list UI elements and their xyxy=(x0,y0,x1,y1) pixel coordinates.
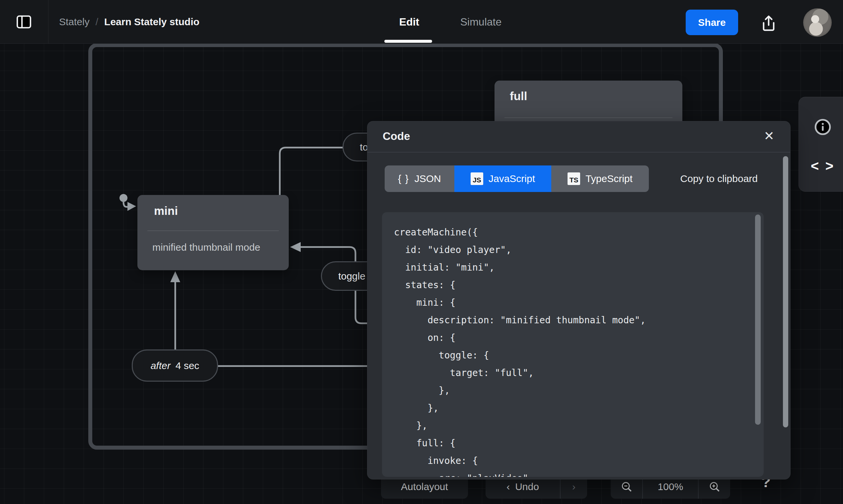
zoom-out-button[interactable] xyxy=(611,481,642,493)
tab-label: Simulate xyxy=(460,16,502,28)
info-icon xyxy=(813,118,832,137)
divider xyxy=(48,0,49,44)
sidebar-toggle-button[interactable] xyxy=(6,7,42,36)
language-tab-group: { } JSON JS JavaScript TS TypeScript xyxy=(385,165,649,192)
state-description: minified thumbnail mode xyxy=(152,242,260,253)
zoom-in-icon xyxy=(708,481,721,493)
event-label: toggle xyxy=(338,271,365,282)
right-tool-rail: < > xyxy=(798,97,843,192)
breadcrumb-org-link[interactable]: Stately xyxy=(59,16,90,28)
state-title-mini: mini xyxy=(154,204,178,217)
share-upload-icon xyxy=(759,14,778,33)
code-panel-header: Code ✕ xyxy=(367,121,790,152)
machine-source-code: createMachine({ id: "video player", init… xyxy=(394,223,764,477)
panel-left-icon xyxy=(15,13,33,31)
copy-to-clipboard-button[interactable]: Copy to clipboard xyxy=(658,165,758,192)
json-braces-icon: { } xyxy=(398,174,409,184)
close-icon[interactable]: ✕ xyxy=(764,129,774,143)
tab-simulate[interactable]: Simulate xyxy=(454,0,507,44)
tab-label: JSON xyxy=(414,173,441,184)
state-divider xyxy=(148,231,279,231)
copy-label: Copy to clipboard xyxy=(681,173,758,184)
export-button[interactable] xyxy=(758,13,780,33)
state-divider xyxy=(504,118,672,118)
zoom-out-icon xyxy=(620,481,633,493)
zoom-level-value: 100% xyxy=(658,481,683,492)
autolayout-label: Autolayout xyxy=(401,481,448,492)
share-button[interactable]: Share xyxy=(686,10,738,35)
tab-javascript[interactable]: JS JavaScript xyxy=(454,165,551,192)
code-scrollbar-thumb[interactable] xyxy=(755,215,761,425)
after-keyword: after xyxy=(151,360,171,371)
tab-edit[interactable]: Edit xyxy=(398,0,420,44)
user-avatar[interactable] xyxy=(803,8,832,37)
panel-scrollbar-thumb[interactable] xyxy=(783,156,788,427)
undo-label: Undo xyxy=(515,481,539,492)
top-bar: Stately / Learn Stately studio Edit Simu… xyxy=(0,0,843,44)
undo-chevron-icon: ‹ xyxy=(506,481,510,492)
state-title-full: full xyxy=(510,90,527,103)
code-editor[interactable]: createMachine({ id: "video player", init… xyxy=(382,212,764,477)
undo-button[interactable]: ‹ Undo xyxy=(485,481,560,492)
breadcrumb: Stately / Learn Stately studio xyxy=(59,0,200,44)
tab-label: JavaScript xyxy=(488,173,535,184)
code-brackets-icon: < > xyxy=(811,158,835,174)
redo-button[interactable]: › xyxy=(561,481,587,492)
active-tab-indicator xyxy=(384,40,432,43)
code-panel-toggle-button[interactable]: < > xyxy=(809,152,837,180)
tab-label: Edit xyxy=(399,16,419,28)
machine-info-button[interactable] xyxy=(809,113,837,141)
zoom-level-button[interactable]: 100% xyxy=(643,481,698,492)
tab-typescript[interactable]: TS TypeScript xyxy=(551,165,649,192)
zoom-in-button[interactable] xyxy=(699,481,730,493)
breadcrumb-separator: / xyxy=(96,16,98,28)
state-node-mini[interactable]: mini minified thumbnail mode xyxy=(137,195,289,270)
after-delay-value: 4 sec xyxy=(176,360,200,371)
code-panel-title: Code xyxy=(383,130,410,143)
typescript-badge-icon: TS xyxy=(568,173,580,185)
event-pill-after-delay[interactable]: after 4 sec xyxy=(132,349,218,382)
share-label: Share xyxy=(698,17,725,28)
tab-label: TypeScript xyxy=(585,173,633,184)
initial-state-marker xyxy=(119,194,136,211)
redo-chevron-icon: › xyxy=(572,481,575,492)
javascript-badge-icon: JS xyxy=(471,173,483,185)
code-panel-dialog: Code ✕ { } JSON JS JavaScript TS TypeScr… xyxy=(367,121,791,480)
tab-json[interactable]: { } JSON xyxy=(385,165,454,192)
breadcrumb-project-name[interactable]: Learn Stately studio xyxy=(104,16,200,28)
